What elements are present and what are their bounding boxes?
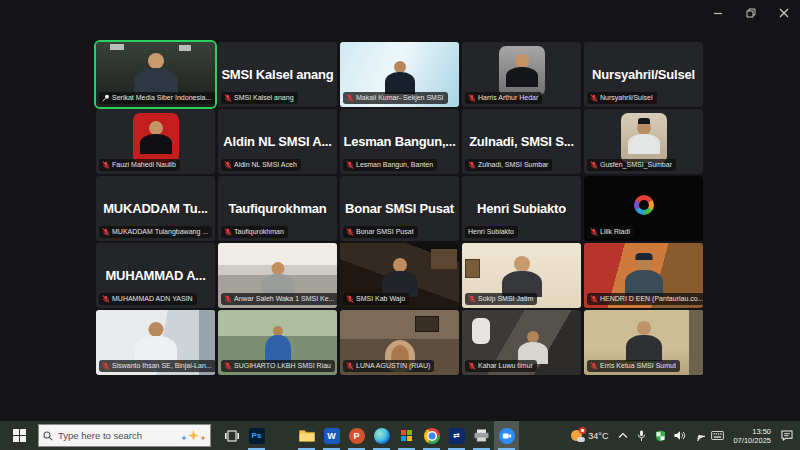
- participant-name-label: SMSI Kalsel anang: [234, 94, 294, 102]
- participant-nameplate: Gusfen_SMSI_Sumbar: [587, 159, 676, 171]
- participant-tile[interactable]: Kahar Luwu timur: [462, 310, 581, 375]
- person-body: [626, 335, 662, 361]
- microsoft-store-taskbar-button[interactable]: [394, 421, 419, 450]
- participant-nameplate: MUKADDAM Tulangbawang ...: [99, 226, 212, 238]
- participant-tile[interactable]: Aldin NL SMSI A... Aldin NL SMSI Aceh: [218, 109, 337, 174]
- participant-nameplate: LUNA AGUSTIN (RIAU): [343, 360, 434, 372]
- participant-name-label: Taufiqurokhman: [234, 228, 284, 236]
- person-body: [385, 72, 415, 94]
- participant-nameplate: Anwar Saleh Waka 1 SMSI Ke...: [221, 293, 337, 305]
- participant-tile[interactable]: Makali Kumar- Sekjen SMSI: [340, 42, 459, 107]
- participant-tile[interactable]: Sokip SMSI Jatim: [462, 243, 581, 308]
- teamviewer-taskbar-button[interactable]: ⇄: [444, 421, 469, 450]
- task-view-button[interactable]: [219, 421, 244, 450]
- edge-taskbar-button[interactable]: [369, 421, 394, 450]
- participant-tile[interactable]: SUGIHARTO LKBH SMSI Riau: [218, 310, 337, 375]
- muted-mic-icon: [590, 94, 598, 102]
- person-head: [636, 256, 651, 271]
- participant-nameplate: SUGIHARTO LKBH SMSI Riau: [221, 360, 335, 372]
- participant-tile[interactable]: Bonar SMSI Pusat Bonar SMSI Pusat: [340, 176, 459, 241]
- google-drive-taskbar-button[interactable]: [269, 421, 294, 450]
- muted-mic-icon: [224, 362, 232, 370]
- participant-tile[interactable]: Lilik Riadi: [584, 176, 703, 241]
- clock[interactable]: 13:50 07/10/2025: [727, 427, 777, 445]
- edge-icon: [374, 428, 390, 444]
- muted-mic-icon: [468, 94, 476, 102]
- participant-tile[interactable]: MUHAMMAD A... MUHAMMAD ADN YASIN: [96, 243, 215, 308]
- time-label: 13:50: [752, 427, 771, 436]
- participant-tile[interactable]: SMSI Kalsel anang SMSI Kalsel anang: [218, 42, 337, 107]
- participant-tile[interactable]: Fauzi Mahedi Naulib: [96, 109, 215, 174]
- participant-tile[interactable]: Gusfen_SMSI_Sumbar: [584, 109, 703, 174]
- participant-tile[interactable]: Nursyahril/Sulsel Nursyahril/Sulsel: [584, 42, 703, 107]
- zoom-taskbar-button[interactable]: [494, 421, 519, 450]
- participant-tile[interactable]: HENDRI D EEN (Pantauriau.co...: [584, 243, 703, 308]
- google-drive-icon: [274, 428, 290, 444]
- printer-utility-taskbar-button[interactable]: [469, 421, 494, 450]
- participant-name-label: LUNA AGUSTIN (RIAU): [356, 362, 430, 370]
- participant-name-label: Aldin NL SMSI Aceh: [234, 161, 297, 169]
- system-tray: 34°C 13:50 07/10/2025: [566, 421, 800, 450]
- muted-mic-icon: [346, 161, 354, 169]
- participant-nameplate: Nursyahril/Sulsel: [587, 92, 657, 104]
- participant-name-label: Kahar Luwu timur: [478, 362, 533, 370]
- participant-tile[interactable]: Serikat Media Siber Indonesia...: [96, 42, 215, 107]
- participant-tile[interactable]: LUNA AGUSTIN (RIAU): [340, 310, 459, 375]
- participant-tile[interactable]: Harris Arthur Hedar: [462, 42, 581, 107]
- action-center-icon[interactable]: [777, 421, 796, 450]
- start-button[interactable]: [0, 421, 38, 450]
- hidden-icons-chevron-icon[interactable]: [613, 421, 632, 450]
- participant-tile[interactable]: SMSI Kab Wajo: [340, 243, 459, 308]
- weather-partly-sunny-icon: [571, 429, 585, 442]
- participant-tile[interactable]: Siswanto Ihsan SE, Binjai-Lan...: [96, 310, 215, 375]
- restore-button[interactable]: [734, 0, 767, 26]
- participant-tile[interactable]: Henri Subiakto Henri Subiakto: [462, 176, 581, 241]
- participant-name-label: MUHAMMAD ADN YASIN: [112, 295, 193, 303]
- person-head: [148, 322, 163, 337]
- photoshop-taskbar-button[interactable]: Ps: [244, 421, 269, 450]
- task-view-icon: [225, 430, 239, 442]
- muted-mic-icon: [102, 362, 110, 370]
- participant-nameplate: Serikat Media Siber Indonesia...: [99, 92, 215, 104]
- touch-keyboard-icon[interactable]: [708, 421, 727, 450]
- participant-nameplate: Taufiqurokhman: [221, 226, 288, 238]
- minimize-button[interactable]: [701, 0, 734, 26]
- volume-icon[interactable]: [670, 421, 689, 450]
- participant-nameplate: Siswanto Ihsan SE, Binjai-Lan...: [99, 360, 215, 372]
- participant-name-label: Nursyahril/Sulsel: [600, 94, 653, 102]
- participant-nameplate: SMSI Kab Wajo: [343, 293, 409, 305]
- microphone-icon[interactable]: [632, 421, 651, 450]
- muted-mic-icon: [346, 362, 354, 370]
- powerpoint-taskbar-button[interactable]: P: [344, 421, 369, 450]
- participant-nameplate: Bonar SMSI Pusat: [343, 226, 418, 238]
- participant-tile[interactable]: Lesman Bangun,... Lesman Bangun, Banten: [340, 109, 459, 174]
- participant-tile[interactable]: MUKADDAM Tu... MUKADDAM Tulangbawang ...: [96, 176, 215, 241]
- participant-name-label: Zulnadi, SMSI Sumbar: [478, 161, 548, 169]
- participant-name-label: Harris Arthur Hedar: [478, 94, 538, 102]
- file-explorer-taskbar-button[interactable]: [294, 421, 319, 450]
- close-button[interactable]: [767, 0, 800, 26]
- muted-mic-icon: [102, 295, 110, 303]
- security-shield-icon[interactable]: [651, 421, 670, 450]
- muted-mic-icon: [468, 362, 476, 370]
- participant-tile[interactable]: Zulnadi, SMSI S... Zulnadi, SMSI Sumbar: [462, 109, 581, 174]
- participant-nameplate: Makali Kumar- Sekjen SMSI: [343, 92, 448, 104]
- search-input[interactable]: Type here to search: [38, 424, 211, 447]
- muted-mic-icon: [346, 295, 354, 303]
- participant-name-label: Fauzi Mahedi Naulib: [112, 161, 176, 169]
- weather-widget[interactable]: 34°C: [566, 429, 613, 442]
- network-signal-icon[interactable]: [689, 421, 708, 450]
- zoom-meeting-window: Serikat Media Siber Indonesia... SMSI Ka…: [0, 0, 800, 421]
- participant-tile[interactable]: Taufiqurokhman Taufiqurokhman: [218, 176, 337, 241]
- person-head: [637, 121, 651, 135]
- participant-tile[interactable]: Anwar Saleh Waka 1 SMSI Ke...: [218, 243, 337, 308]
- muted-mic-icon: [590, 161, 598, 169]
- participant-tile[interactable]: Erris Ketua SMSI Sumut: [584, 310, 703, 375]
- search-icon: [43, 431, 53, 441]
- muted-mic-icon: [468, 295, 476, 303]
- chrome-taskbar-button[interactable]: [419, 421, 444, 450]
- muted-mic-icon: [590, 362, 598, 370]
- minimize-icon: [713, 8, 723, 18]
- close-icon: [779, 8, 789, 18]
- word-taskbar-button[interactable]: W: [319, 421, 344, 450]
